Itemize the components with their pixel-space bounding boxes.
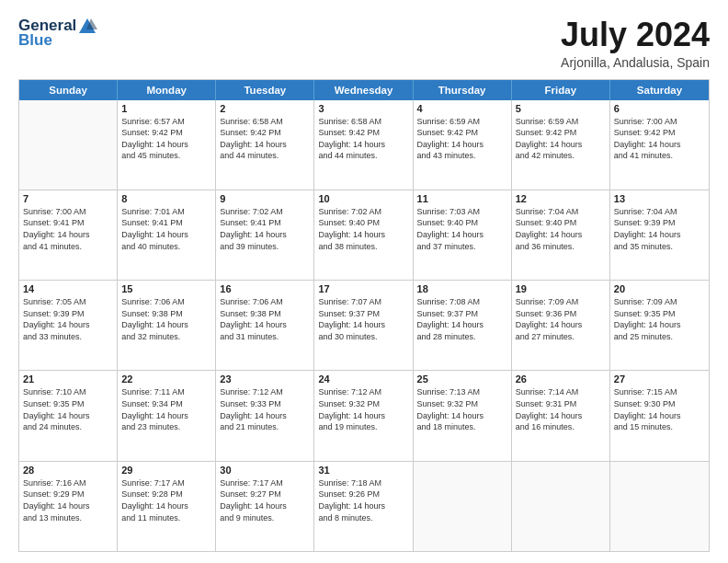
logo: General Blue bbox=[18, 17, 98, 50]
cell-info-line: Sunset: 9:42 PM bbox=[516, 127, 606, 139]
cal-cell-r1-c1: 8Sunrise: 7:01 AMSunset: 9:41 PMDaylight… bbox=[118, 190, 216, 280]
cell-info-line: Daylight: 14 hours bbox=[220, 500, 310, 512]
cal-cell-r2-c5: 19Sunrise: 7:09 AMSunset: 9:36 PMDayligh… bbox=[512, 281, 610, 370]
cell-info-line: and 41 minutes. bbox=[614, 150, 705, 162]
day-number: 17 bbox=[318, 283, 408, 294]
cell-info-line: Sunrise: 7:06 AM bbox=[121, 296, 211, 308]
day-number: 12 bbox=[516, 193, 606, 204]
cell-info-line: Daylight: 14 hours bbox=[614, 139, 705, 151]
cell-info-line: Sunset: 9:30 PM bbox=[614, 398, 705, 410]
day-number: 6 bbox=[614, 103, 705, 114]
cell-info-line: Sunrise: 7:18 AM bbox=[318, 477, 408, 489]
calendar-body: 1Sunrise: 6:57 AMSunset: 9:42 PMDaylight… bbox=[19, 100, 709, 551]
cell-info-line: Daylight: 14 hours bbox=[318, 500, 408, 512]
day-number: 25 bbox=[417, 373, 507, 385]
cal-cell-r2-c3: 17Sunrise: 7:07 AMSunset: 9:37 PMDayligh… bbox=[314, 281, 413, 370]
cell-info-line: Daylight: 14 hours bbox=[318, 229, 408, 241]
cell-info-line: Daylight: 14 hours bbox=[417, 139, 507, 151]
day-number: 9 bbox=[220, 193, 310, 204]
cell-info-line: Daylight: 14 hours bbox=[614, 410, 705, 422]
cal-cell-r2-c2: 16Sunrise: 7:06 AMSunset: 9:38 PMDayligh… bbox=[216, 281, 314, 370]
cell-info-line: Daylight: 14 hours bbox=[417, 410, 507, 422]
cell-info-line: Sunset: 9:32 PM bbox=[417, 398, 507, 410]
cell-info-line: Sunrise: 7:07 AM bbox=[318, 296, 408, 308]
cell-info-line: and 21 minutes. bbox=[220, 421, 310, 433]
cell-info-line: Sunset: 9:42 PM bbox=[417, 127, 507, 139]
cell-info-line: and 15 minutes. bbox=[614, 421, 705, 433]
header-day-tuesday: Tuesday bbox=[216, 80, 314, 100]
logo-icon bbox=[77, 17, 97, 35]
day-number: 28 bbox=[23, 465, 113, 476]
cell-info-line: and 44 minutes. bbox=[318, 150, 408, 162]
cal-cell-r4-c0: 28Sunrise: 7:16 AMSunset: 9:29 PMDayligh… bbox=[19, 462, 118, 551]
cell-info-line: Sunrise: 7:16 AM bbox=[23, 477, 113, 489]
cell-info-line: and 36 minutes. bbox=[516, 241, 606, 253]
cell-info-line: and 39 minutes. bbox=[220, 241, 310, 253]
cell-info-line: Daylight: 14 hours bbox=[121, 229, 211, 241]
cell-info-line: and 11 minutes. bbox=[121, 512, 211, 524]
cell-info-line: and 41 minutes. bbox=[23, 241, 113, 253]
cal-cell-r1-c6: 13Sunrise: 7:04 AMSunset: 9:39 PMDayligh… bbox=[610, 190, 709, 280]
cell-info-line: Daylight: 14 hours bbox=[220, 139, 310, 151]
title-section: July 2024 Arjonilla, Andalusia, Spain bbox=[561, 17, 710, 70]
cell-info-line: and 42 minutes. bbox=[516, 150, 606, 162]
cal-cell-r0-c1: 1Sunrise: 6:57 AMSunset: 9:42 PMDaylight… bbox=[118, 100, 216, 190]
cell-info-line: and 38 minutes. bbox=[318, 241, 408, 253]
cal-cell-r4-c6 bbox=[610, 462, 709, 551]
cell-info-line: Sunrise: 7:12 AM bbox=[220, 386, 310, 398]
cell-info-line: Sunrise: 7:09 AM bbox=[516, 296, 606, 308]
cell-info-line: Sunset: 9:41 PM bbox=[220, 217, 310, 229]
cell-info-line: and 16 minutes. bbox=[516, 421, 606, 433]
month-title: July 2024 bbox=[561, 17, 710, 53]
cell-info-line: Sunrise: 7:06 AM bbox=[220, 296, 310, 308]
cal-cell-r0-c0 bbox=[19, 100, 118, 190]
cell-info-line: Sunrise: 7:17 AM bbox=[121, 477, 211, 489]
day-number: 27 bbox=[614, 373, 705, 385]
cell-info-line: Sunset: 9:31 PM bbox=[516, 398, 606, 410]
cal-cell-r1-c2: 9Sunrise: 7:02 AMSunset: 9:41 PMDaylight… bbox=[216, 190, 314, 280]
cal-cell-r1-c5: 12Sunrise: 7:04 AMSunset: 9:40 PMDayligh… bbox=[512, 190, 610, 280]
cell-info-line: and 28 minutes. bbox=[417, 331, 507, 343]
cell-info-line: Daylight: 14 hours bbox=[516, 319, 606, 331]
cell-info-line: and 8 minutes. bbox=[318, 512, 408, 524]
cell-info-line: and 13 minutes. bbox=[23, 512, 113, 524]
day-number: 31 bbox=[318, 465, 408, 476]
cell-info-line: Sunrise: 7:12 AM bbox=[318, 386, 408, 398]
cell-info-line: Sunset: 9:42 PM bbox=[121, 127, 211, 139]
header-day-thursday: Thursday bbox=[414, 80, 512, 100]
cell-info-line: Sunset: 9:42 PM bbox=[318, 127, 408, 139]
cell-info-line: Sunrise: 7:15 AM bbox=[614, 386, 705, 398]
header-day-saturday: Saturday bbox=[610, 80, 709, 100]
cell-info-line: Daylight: 14 hours bbox=[121, 500, 211, 512]
cell-info-line: Sunrise: 7:10 AM bbox=[23, 386, 113, 398]
cell-info-line: Sunset: 9:32 PM bbox=[318, 398, 408, 410]
cell-info-line: Daylight: 14 hours bbox=[516, 410, 606, 422]
day-number: 10 bbox=[318, 193, 408, 204]
calendar-row-0: 1Sunrise: 6:57 AMSunset: 9:42 PMDaylight… bbox=[19, 100, 709, 190]
header-day-sunday: Sunday bbox=[19, 80, 118, 100]
day-number: 16 bbox=[220, 283, 310, 294]
day-number: 19 bbox=[516, 283, 606, 294]
cal-cell-r3-c1: 22Sunrise: 7:11 AMSunset: 9:34 PMDayligh… bbox=[118, 371, 216, 460]
cell-info-line: Sunset: 9:37 PM bbox=[417, 308, 507, 320]
cal-cell-r3-c0: 21Sunrise: 7:10 AMSunset: 9:35 PMDayligh… bbox=[19, 371, 118, 460]
day-number: 2 bbox=[220, 103, 310, 114]
cell-info-line: Sunset: 9:36 PM bbox=[516, 308, 606, 320]
day-number: 24 bbox=[318, 373, 408, 385]
cell-info-line: Sunset: 9:41 PM bbox=[23, 217, 113, 229]
cell-info-line: Sunrise: 6:58 AM bbox=[318, 116, 408, 128]
cal-cell-r1-c3: 10Sunrise: 7:02 AMSunset: 9:40 PMDayligh… bbox=[314, 190, 413, 280]
cell-info-line: Sunset: 9:37 PM bbox=[318, 308, 408, 320]
day-number: 8 bbox=[121, 193, 211, 204]
cell-info-line: and 24 minutes. bbox=[23, 421, 113, 433]
cell-info-line: Sunrise: 7:08 AM bbox=[417, 296, 507, 308]
cell-info-line: Sunrise: 7:05 AM bbox=[23, 296, 113, 308]
day-number: 3 bbox=[318, 103, 408, 114]
cell-info-line: Daylight: 14 hours bbox=[23, 500, 113, 512]
cal-cell-r4-c1: 29Sunrise: 7:17 AMSunset: 9:28 PMDayligh… bbox=[118, 462, 216, 551]
day-number: 20 bbox=[614, 283, 705, 294]
cell-info-line: and 25 minutes. bbox=[614, 331, 705, 343]
cell-info-line: Daylight: 14 hours bbox=[318, 139, 408, 151]
day-number: 26 bbox=[516, 373, 606, 385]
day-number: 30 bbox=[220, 465, 310, 476]
